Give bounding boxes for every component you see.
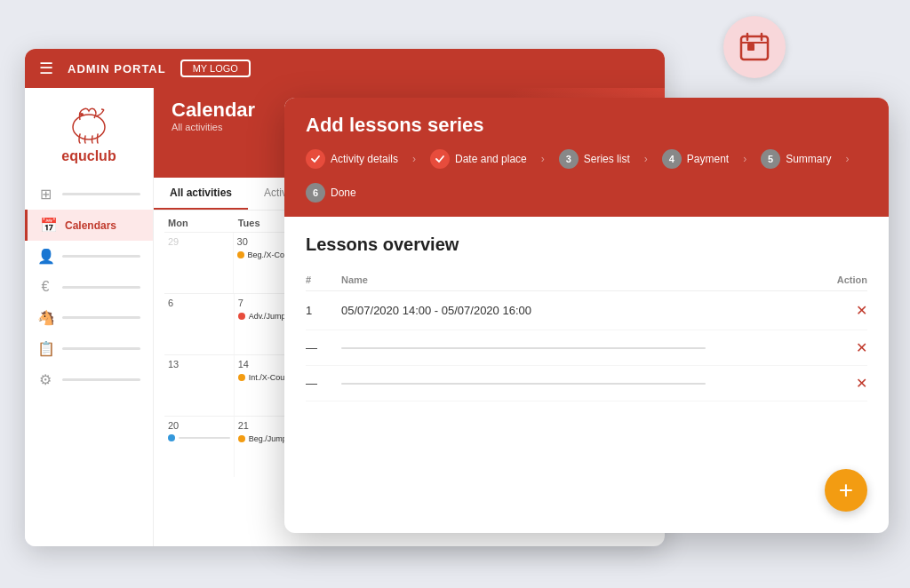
empty-line — [341, 383, 706, 385]
event-dot — [238, 435, 245, 442]
top-bar: ☰ ADMIN PORTAL MY LOGO — [25, 49, 665, 88]
calendar-cell: 29 — [164, 233, 234, 293]
delete-button[interactable]: ✕ — [856, 339, 867, 356]
hamburger-icon[interactable]: ☰ — [39, 59, 53, 78]
nav-line — [62, 286, 140, 289]
add-lessons-modal: Add lessons series Activity details › — [284, 98, 889, 533]
event-item — [168, 434, 230, 441]
modal-body: Lessons overview # Name Action 1 05/07/2… — [284, 217, 889, 533]
finance-icon: € — [37, 279, 53, 295]
calendar-cell: 13 — [164, 355, 235, 416]
sidebar-logo: equclub — [25, 88, 153, 171]
table-row: 1 05/07/2020 14:00 - 05/07/2020 16:00 ✕ — [306, 291, 867, 330]
step-5[interactable]: 5 Summary — [761, 149, 831, 169]
step-divider: › — [644, 153, 648, 165]
row-action: ✕ — [796, 302, 867, 319]
sidebar: equclub ⊞ 📅 Calendars 👤 € — [25, 88, 154, 546]
day-header-mon: Mon — [164, 218, 235, 228]
cell-date: 6 — [168, 298, 230, 308]
cell-date: 20 — [168, 420, 230, 431]
tab-all-activities[interactable]: All activities — [154, 178, 248, 210]
modal-steps: Activity details › Date and place › 3 Se… — [306, 149, 867, 203]
sidebar-item-dashboard[interactable]: ⊞ — [25, 179, 153, 210]
step-num-3: 3 — [559, 149, 579, 169]
sidebar-item-finance[interactable]: € — [25, 272, 153, 302]
calendar-icon — [738, 31, 770, 63]
step-6[interactable]: 6 Done — [306, 183, 356, 203]
step-divider: › — [743, 153, 746, 165]
modal-title: Add lessons series — [306, 114, 867, 137]
calendars-label: Calendars — [65, 219, 116, 232]
lessons-overview-title: Lessons overview — [306, 234, 867, 255]
step-1[interactable]: Activity details — [306, 149, 398, 169]
logo-horse-icon — [62, 102, 116, 147]
event-dot — [237, 251, 244, 258]
step-divider: › — [412, 153, 416, 165]
table-header: # Name Action — [306, 269, 867, 291]
nav-line — [62, 378, 140, 381]
row-num-dash: — — [306, 341, 341, 354]
checkmark-icon — [310, 154, 321, 164]
step-3[interactable]: 3 Series list — [559, 149, 630, 169]
sidebar-item-users[interactable]: 👤 — [25, 241, 153, 272]
settings-icon: ⚙ — [37, 371, 53, 388]
step-2[interactable]: Date and place — [430, 149, 527, 169]
event-dot — [238, 313, 245, 320]
my-logo-button[interactable]: MY LOGO — [180, 60, 251, 77]
svg-rect-1 — [747, 44, 754, 51]
svg-point-6 — [80, 113, 84, 116]
th-action: Action — [796, 274, 867, 285]
step-divider: › — [845, 153, 849, 165]
th-name: Name — [341, 274, 796, 285]
svg-point-5 — [73, 115, 105, 139]
empty-line — [341, 347, 706, 349]
calendar-cell: 6 — [164, 294, 235, 354]
table-row-empty-2: — ✕ — [306, 366, 867, 401]
users-icon: 👤 — [37, 248, 53, 265]
table-row-empty-1: — ✕ — [306, 330, 867, 366]
nav-line — [62, 193, 140, 195]
reports-icon: 📋 — [37, 340, 53, 357]
nav-line — [62, 255, 140, 258]
step-num-2 — [430, 149, 450, 169]
nav-line — [62, 347, 140, 350]
sidebar-item-calendars[interactable]: 📅 Calendars — [25, 210, 153, 241]
checkmark-icon — [435, 154, 445, 164]
admin-portal-label: ADMIN PORTAL — [68, 62, 166, 75]
step-label-5: Summary — [786, 153, 831, 165]
row-num-dash: — — [306, 377, 341, 390]
step-divider: › — [541, 153, 545, 165]
dashboard-icon: ⊞ — [37, 186, 53, 203]
row-action: ✕ — [796, 375, 867, 392]
event-line — [179, 437, 230, 439]
calendar-bubble — [723, 16, 786, 78]
delete-button[interactable]: ✕ — [856, 302, 867, 319]
sidebar-item-reports[interactable]: 📋 — [25, 333, 153, 364]
calendar-nav-icon: 📅 — [40, 217, 56, 234]
row-num: 1 — [306, 304, 341, 317]
step-num-5: 5 — [761, 149, 780, 169]
horses-icon: 🐴 — [37, 309, 53, 326]
step-num-1 — [306, 149, 325, 169]
cell-date: 13 — [168, 359, 230, 369]
sidebar-item-settings[interactable]: ⚙ — [25, 364, 153, 395]
modal-header: Add lessons series Activity details › — [284, 98, 889, 217]
add-lesson-fab-button[interactable]: + — [825, 469, 867, 512]
calendar-cell: 20 — [164, 417, 235, 477]
step-label-2: Date and place — [455, 153, 527, 165]
row-action: ✕ — [796, 339, 867, 356]
sidebar-nav: ⊞ 📅 Calendars 👤 € 🐴 — [25, 179, 153, 546]
step-4[interactable]: 4 Payment — [662, 149, 729, 169]
th-num: # — [306, 274, 341, 285]
step-num-4: 4 — [662, 149, 682, 169]
step-label-1: Activity details — [331, 153, 398, 165]
step-label-4: Payment — [687, 153, 729, 165]
sidebar-item-horses[interactable]: 🐴 — [25, 302, 153, 333]
brand-name: equclub — [61, 148, 116, 164]
event-dot — [168, 434, 175, 441]
step-num-6: 6 — [306, 183, 325, 203]
step-label-6: Done — [331, 187, 356, 199]
delete-button[interactable]: ✕ — [856, 375, 867, 392]
cell-date: 29 — [168, 236, 229, 247]
row-value: 05/07/2020 14:00 - 05/07/2020 16:00 — [341, 304, 796, 317]
